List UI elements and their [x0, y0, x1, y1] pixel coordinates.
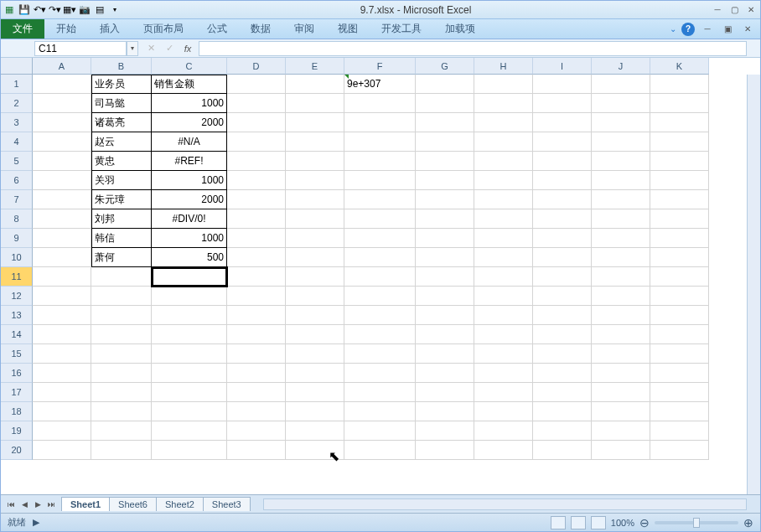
cell-G15[interactable] [416, 344, 474, 364]
cell-K17[interactable] [650, 383, 709, 402]
row-header-19[interactable]: 19 [1, 421, 33, 441]
cell-H10[interactable] [474, 248, 533, 267]
cell-B12[interactable] [91, 287, 152, 306]
cell-I3[interactable] [533, 113, 592, 132]
col-header-I[interactable]: I [533, 58, 592, 75]
col-header-E[interactable]: E [286, 58, 344, 75]
cell-B3[interactable]: 诸葛亮 [91, 113, 152, 132]
cell-A18[interactable] [33, 402, 91, 421]
cell-H6[interactable] [474, 171, 533, 190]
cell-I9[interactable] [533, 229, 592, 248]
cell-D20[interactable] [227, 441, 286, 460]
cell-A15[interactable] [33, 344, 91, 364]
cell-J14[interactable] [592, 325, 650, 344]
tab-addins[interactable]: 加载项 [433, 19, 487, 39]
cell-I18[interactable] [533, 402, 592, 421]
sheet-nav-last-icon[interactable]: ⏭ [44, 498, 58, 511]
sheet-tab-4[interactable]: Sheet3 [203, 497, 251, 511]
view-layout-icon[interactable] [571, 516, 586, 529]
cell-G10[interactable] [416, 248, 474, 267]
undo-icon[interactable]: ↶▾ [33, 3, 46, 17]
cell-G20[interactable] [416, 441, 474, 460]
cell-A8[interactable] [33, 209, 91, 229]
ribbon-close-button[interactable]: ✕ [740, 23, 755, 35]
tab-data[interactable]: 数据 [239, 19, 282, 39]
cell-F6[interactable] [344, 171, 416, 190]
name-box-dropdown[interactable]: ▾ [127, 41, 138, 56]
cell-H19[interactable] [474, 421, 533, 441]
cell-A6[interactable] [33, 171, 91, 190]
zoom-level[interactable]: 100% [611, 518, 634, 528]
cell-G13[interactable] [416, 306, 474, 325]
cell-K1[interactable] [650, 75, 709, 94]
cell-I6[interactable] [533, 171, 592, 190]
cell-D6[interactable] [227, 171, 286, 190]
sheet-nav-first-icon[interactable]: ⏮ [4, 498, 18, 511]
cancel-formula-icon[interactable]: ✕ [143, 41, 158, 56]
cell-G7[interactable] [416, 190, 474, 209]
cell-I13[interactable] [533, 306, 592, 325]
row-header-5[interactable]: 5 [1, 152, 33, 171]
cell-F16[interactable] [344, 364, 416, 383]
accept-formula-icon[interactable]: ✓ [162, 41, 177, 56]
cell-J2[interactable] [592, 94, 650, 113]
row-header-15[interactable]: 15 [1, 344, 33, 364]
cell-K8[interactable] [650, 209, 709, 229]
qat-icon-2[interactable]: ▤ [93, 3, 106, 17]
cell-B15[interactable] [91, 344, 152, 364]
cell-H8[interactable] [474, 209, 533, 229]
cell-B2[interactable]: 司马懿 [91, 94, 152, 113]
cell-B1[interactable]: 业务员 [91, 75, 152, 94]
cell-A16[interactable] [33, 364, 91, 383]
cell-C9[interactable]: 1000 [152, 229, 227, 248]
cell-H17[interactable] [474, 383, 533, 402]
cell-C10[interactable]: 500 [152, 248, 227, 267]
cell-D16[interactable] [227, 364, 286, 383]
cell-G12[interactable] [416, 287, 474, 306]
cell-K11[interactable] [650, 267, 709, 287]
row-header-6[interactable]: 6 [1, 171, 33, 190]
cell-D4[interactable] [227, 132, 286, 152]
row-header-1[interactable]: 1 [1, 75, 33, 94]
cell-I4[interactable] [533, 132, 592, 152]
cell-K19[interactable] [650, 421, 709, 441]
cell-H13[interactable] [474, 306, 533, 325]
cell-G2[interactable] [416, 94, 474, 113]
redo-icon[interactable]: ↷▾ [48, 3, 61, 17]
row-header-10[interactable]: 10 [1, 248, 33, 267]
cell-J9[interactable] [592, 229, 650, 248]
col-header-J[interactable]: J [592, 58, 650, 75]
cell-D15[interactable] [227, 344, 286, 364]
cell-G14[interactable] [416, 325, 474, 344]
cell-E6[interactable] [286, 171, 344, 190]
cell-E9[interactable] [286, 229, 344, 248]
cell-B14[interactable] [91, 325, 152, 344]
cell-E18[interactable] [286, 402, 344, 421]
cell-B11[interactable] [91, 267, 152, 287]
formula-input[interactable] [199, 41, 747, 56]
cell-J15[interactable] [592, 344, 650, 364]
col-header-C[interactable]: C [152, 58, 227, 75]
qat-icon-1[interactable]: ▦▾ [63, 3, 76, 17]
cell-F19[interactable] [344, 421, 416, 441]
cell-G17[interactable] [416, 383, 474, 402]
cell-F8[interactable] [344, 209, 416, 229]
horizontal-scrollbar[interactable] [263, 498, 747, 510]
cell-J5[interactable] [592, 152, 650, 171]
cell-K9[interactable] [650, 229, 709, 248]
cell-F3[interactable] [344, 113, 416, 132]
cell-E10[interactable] [286, 248, 344, 267]
cell-C6[interactable]: 1000 [152, 171, 227, 190]
cell-I17[interactable] [533, 383, 592, 402]
cell-F17[interactable] [344, 383, 416, 402]
minimize-button[interactable]: ─ [710, 4, 725, 16]
cell-D5[interactable] [227, 152, 286, 171]
cell-J18[interactable] [592, 402, 650, 421]
tab-home[interactable]: 开始 [44, 19, 88, 39]
cell-A13[interactable] [33, 306, 91, 325]
cell-A10[interactable] [33, 248, 91, 267]
cell-C4[interactable]: #N/A [152, 132, 227, 152]
cell-H9[interactable] [474, 229, 533, 248]
cell-A17[interactable] [33, 383, 91, 402]
cell-C13[interactable] [152, 306, 227, 325]
